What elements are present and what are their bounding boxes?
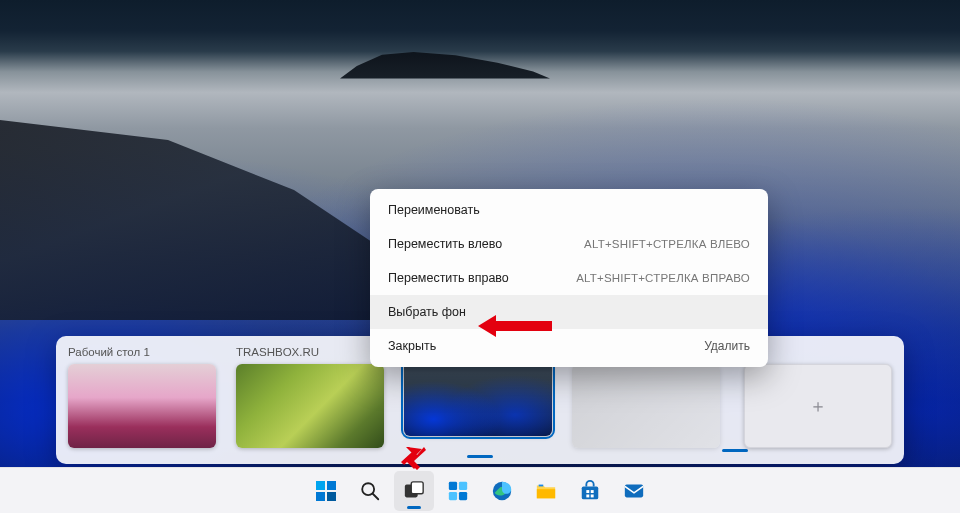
mail-icon [623, 480, 645, 502]
menu-item-shortcut: ALT+SHIFT+СТРЕЛКА ВЛЕВО [584, 238, 750, 250]
svg-rect-17 [586, 494, 589, 497]
menu-item-choose-background[interactable]: Выбрать фон [370, 295, 768, 329]
menu-item-rename[interactable]: Переименовать [370, 193, 768, 227]
svg-rect-13 [539, 484, 544, 486]
file-explorer-button[interactable] [526, 471, 566, 511]
virtual-desktop[interactable]: Рабочий стол 1 [68, 346, 216, 448]
edge-icon [491, 480, 513, 502]
virtual-desktop[interactable]: TRASHBOX.RU [236, 346, 384, 448]
svg-rect-12 [537, 489, 555, 498]
annotation-arrow-icon [478, 313, 552, 339]
new-desktop-button[interactable]: ＋ [744, 364, 892, 448]
svg-rect-16 [591, 490, 594, 493]
svg-rect-6 [411, 481, 423, 493]
menu-item-close[interactable]: Закрыть Удалить [370, 329, 768, 363]
plus-icon: ＋ [809, 394, 827, 418]
store-icon [579, 480, 601, 502]
windows-logo-icon [316, 481, 336, 501]
desktop-context-menu: Переименовать Переместить влево ALT+SHIF… [370, 189, 768, 367]
svg-rect-18 [591, 494, 594, 497]
menu-item-label: Выбрать фон [388, 305, 466, 319]
svg-rect-8 [459, 481, 467, 489]
virtual-desktop-label: Рабочий стол 1 [68, 346, 216, 358]
task-view-button[interactable] [394, 471, 434, 511]
start-button[interactable] [306, 471, 346, 511]
edge-button[interactable] [482, 471, 522, 511]
menu-item-secondary: Удалить [704, 339, 750, 353]
svg-rect-14 [582, 486, 599, 499]
svg-rect-9 [449, 491, 457, 499]
menu-item-label: Переместить вправо [388, 271, 509, 285]
svg-line-4 [373, 493, 379, 499]
store-button[interactable] [570, 471, 610, 511]
svg-marker-2 [401, 447, 422, 469]
virtual-desktop-thumbnail[interactable] [68, 364, 216, 448]
svg-rect-19 [625, 484, 643, 497]
annotation-arrow-icon [400, 447, 426, 473]
svg-rect-15 [586, 490, 589, 493]
menu-item-move-right[interactable]: Переместить вправо ALT+SHIFT+СТРЕЛКА ВПР… [370, 261, 768, 295]
svg-rect-7 [449, 481, 457, 489]
menu-item-move-left[interactable]: Переместить влево ALT+SHIFT+СТРЕЛКА ВЛЕВ… [370, 227, 768, 261]
mail-button[interactable] [614, 471, 654, 511]
selected-desktop-indicator [467, 455, 493, 459]
virtual-desktop-thumbnail[interactable] [236, 364, 384, 448]
virtual-desktop-label: TRASHBOX.RU [236, 346, 384, 358]
search-icon [359, 480, 381, 502]
svg-marker-0 [478, 315, 552, 337]
search-button[interactable] [350, 471, 390, 511]
virtual-desktop-thumbnail[interactable] [572, 364, 720, 448]
menu-item-label: Переместить влево [388, 237, 502, 251]
menu-item-shortcut: ALT+SHIFT+СТРЕЛКА ВПРАВО [576, 272, 750, 284]
taskbar [0, 467, 960, 513]
widgets-icon [447, 480, 469, 502]
folder-icon [535, 480, 557, 502]
svg-rect-10 [459, 491, 467, 499]
task-view-icon [403, 480, 425, 502]
widgets-button[interactable] [438, 471, 478, 511]
menu-item-label: Переименовать [388, 203, 480, 217]
menu-item-label: Закрыть [388, 339, 436, 353]
